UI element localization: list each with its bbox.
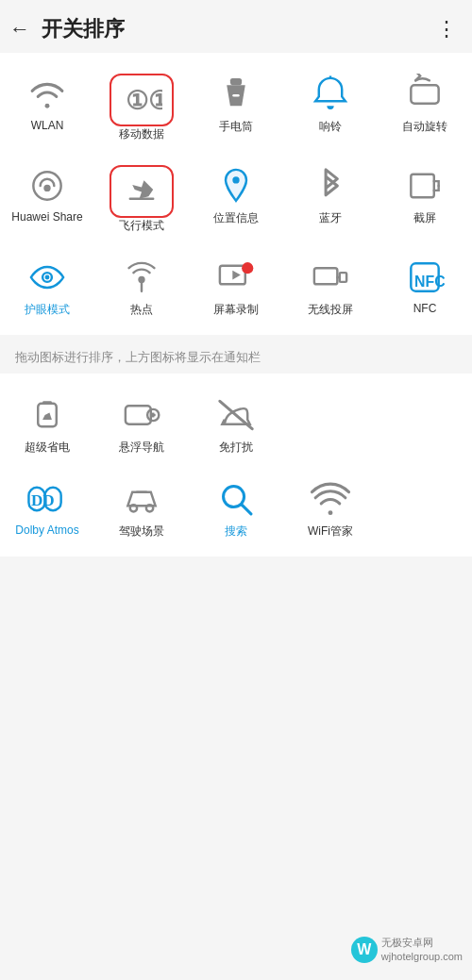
grid-label-nfc: NFC [413, 302, 437, 315]
grid-item-ringtone[interactable]: 响铃 [288, 68, 373, 148]
icon-box-location [215, 165, 257, 210]
icon-box-wlan [26, 74, 68, 119]
grid-row: 超级省电 悬浮导航 免打扰 [0, 383, 472, 467]
svg-point-32 [146, 505, 153, 511]
svg-text:NFC: NFC [414, 274, 446, 290]
grid-label-auto-rotate: 自动旋转 [402, 119, 447, 135]
svg-rect-4 [411, 85, 438, 104]
grid-item-drive-scene[interactable]: 驾驶场景 [99, 473, 184, 545]
icon-box-dolby: DD [26, 478, 68, 523]
grid-item-search[interactable]: 搜索 [194, 473, 278, 545]
wifi-manager-icon [310, 478, 351, 520]
dolby-icon: DD [26, 478, 68, 520]
icon-box-auto-rotate [404, 74, 446, 119]
grid-item-hotspot[interactable]: 热点 [99, 251, 184, 324]
grid-item-float-nav[interactable]: 悬浮导航 [99, 389, 184, 461]
svg-point-31 [130, 505, 137, 511]
no-disturb-icon [215, 394, 257, 436]
watermark-text: 无极安卓网 wjhotelgroup.com [381, 936, 463, 963]
icon-box-drive-scene [121, 478, 162, 523]
grid-item-nfc[interactable]: NFC NFC [382, 251, 467, 324]
svg-rect-1 [230, 78, 242, 85]
eye-care-icon [26, 257, 68, 298]
divider-text: 拖动图标进行排序，上方图标将显示在通知栏 [15, 350, 261, 364]
grid-item-wifi-manager[interactable]: WiFi管家 [288, 473, 373, 545]
icon-box-wifi-manager [310, 478, 351, 523]
icon-box-flashlight [215, 74, 257, 119]
grid-label-hotspot: 热点 [130, 302, 153, 318]
svg-point-10 [45, 275, 50, 280]
header: ← 开关排序 ⋮ [0, 0, 472, 53]
icon-box-wireless-project [310, 257, 351, 302]
inactive-grid-section: 超级省电 悬浮导航 免打扰 DD Dolby Atmos 驾驶场景 搜索 WiF… [0, 374, 472, 556]
more-button[interactable]: ⋮ [436, 17, 457, 42]
super-save-icon [26, 394, 68, 436]
icon-box-float-nav [121, 394, 162, 440]
ringtone-icon [310, 74, 351, 115]
svg-point-7 [232, 176, 239, 183]
grid-label-drive-scene: 驾驶场景 [119, 523, 164, 540]
grid-item-wlan[interactable]: WLAN [5, 68, 90, 148]
grid-label-search: 搜索 [225, 523, 247, 540]
icon-box-super-save [26, 394, 68, 440]
huawei-share-icon [26, 165, 68, 207]
svg-marker-15 [232, 271, 241, 280]
grid-item-no-disturb[interactable]: 免打扰 [194, 389, 278, 461]
float-nav-icon [121, 394, 162, 436]
grid-row: 护眼模式 热点 屏幕录制 无线投屏 NFC NFC [0, 245, 472, 329]
icon-box-nfc: NFC [404, 257, 446, 302]
wireless-project-icon [310, 257, 351, 298]
grid-item-screen-record[interactable]: 屏幕录制 [194, 251, 278, 324]
grid-item-dolby[interactable]: DD Dolby Atmos [5, 473, 90, 545]
icon-box-bluetooth [310, 165, 351, 210]
grid-label-dolby: Dolby Atmos [15, 523, 78, 537]
grid-item-flashlight[interactable]: 手电筒 [194, 68, 278, 148]
grid-item-wireless-project[interactable]: 无线投屏 [288, 251, 373, 324]
icon-box-ringtone [310, 74, 351, 119]
grid-label-ringtone: 响铃 [319, 119, 342, 135]
grid-row: WLAN ①① 移动数据 手电筒 响铃 自动旋转 [0, 62, 472, 154]
grid-item-eye-care[interactable]: 护眼模式 [5, 251, 90, 324]
grid-item-super-save[interactable]: 超级省电 [5, 389, 90, 461]
icon-box-screenshot [404, 165, 446, 210]
mobile-data-icon: ①① [121, 77, 162, 119]
svg-text:①①: ①① [126, 87, 162, 115]
grid-item-huawei-share[interactable]: Huawei Share [5, 159, 90, 240]
grid-label-eye-care: 护眼模式 [25, 302, 70, 318]
flashlight-icon [215, 74, 257, 115]
grid-label-wireless-project: 无线投屏 [308, 302, 353, 318]
grid-item-location[interactable]: 位置信息 [194, 159, 278, 240]
grid-label-float-nav: 悬浮导航 [119, 440, 164, 456]
screen-record-icon [215, 257, 257, 298]
grid-row: Huawei Share 飞行模式 位置信息 蓝牙 截屏 [0, 154, 472, 245]
grid-label-screen-record: 屏幕录制 [213, 302, 259, 318]
grid-item-airplane[interactable]: 飞行模式 [99, 159, 184, 240]
grid-item-mobile-data[interactable]: ①① 移动数据 [99, 68, 184, 148]
nfc-icon: NFC [404, 257, 446, 298]
svg-rect-2 [232, 94, 239, 96]
bluetooth-icon [310, 165, 351, 207]
icon-box-no-disturb [215, 394, 257, 440]
grid-label-bluetooth: 蓝牙 [319, 210, 342, 226]
location-icon [215, 165, 257, 207]
page-title: 开关排序 [42, 15, 436, 43]
watermark: W 无极安卓网 wjhotelgroup.com [351, 936, 463, 963]
grid-item-bluetooth[interactable]: 蓝牙 [288, 159, 373, 240]
wlan-icon [26, 74, 68, 115]
back-button[interactable]: ← [9, 17, 30, 42]
screenshot-icon [404, 165, 446, 207]
svg-line-35 [242, 505, 251, 514]
svg-rect-16 [314, 268, 337, 284]
grid-label-flashlight: 手电筒 [219, 119, 253, 135]
grid-label-screenshot: 截屏 [413, 210, 436, 226]
icon-box-hotspot [121, 257, 162, 302]
auto-rotate-icon [404, 74, 446, 115]
grid-label-super-save: 超级省电 [25, 440, 70, 456]
grid-label-location: 位置信息 [213, 210, 259, 226]
hotspot-icon [121, 257, 162, 298]
grid-item-auto-rotate[interactable]: 自动旋转 [382, 68, 467, 148]
svg-rect-13 [220, 266, 245, 285]
svg-rect-8 [411, 174, 433, 197]
grid-label-huawei-share: Huawei Share [11, 210, 82, 224]
grid-item-screenshot[interactable]: 截屏 [382, 159, 467, 240]
